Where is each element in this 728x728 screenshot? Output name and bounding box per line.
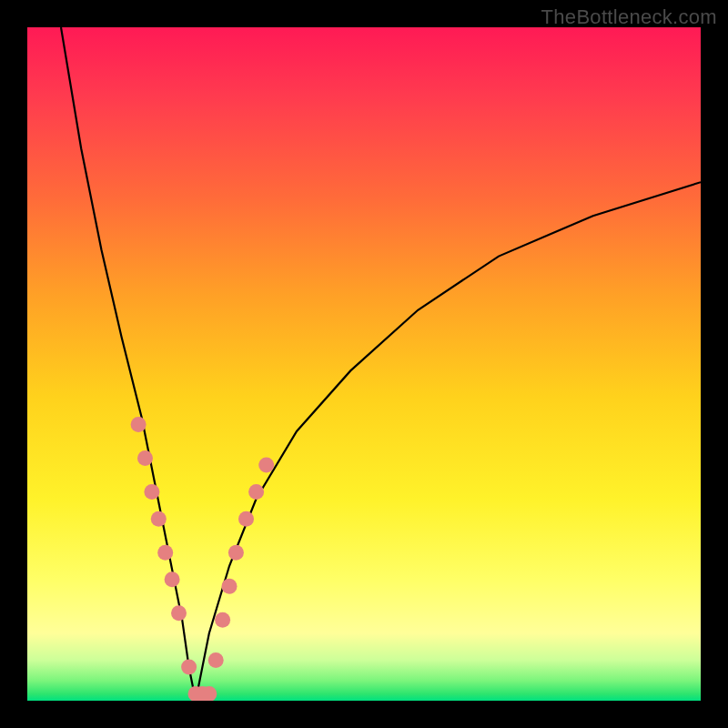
data-marker	[215, 612, 230, 628]
data-marker	[151, 511, 167, 527]
data-marker	[208, 652, 224, 668]
curve-right-branch	[196, 182, 701, 701]
marker-group	[131, 417, 275, 701]
data-marker	[222, 579, 238, 594]
data-marker	[131, 417, 147, 432]
data-marker	[248, 484, 264, 500]
data-marker	[258, 458, 274, 473]
data-marker	[238, 511, 254, 527]
data-marker	[228, 545, 244, 561]
watermark-text: TheBottleneck.com	[541, 5, 717, 29]
plot-area	[27, 27, 701, 701]
data-marker	[157, 545, 173, 561]
chart-frame: TheBottleneck.com	[0, 0, 728, 728]
curve-left-branch	[61, 27, 196, 701]
curve-layer	[27, 27, 701, 701]
data-marker	[137, 450, 153, 466]
data-marker	[165, 571, 180, 587]
data-marker	[144, 484, 159, 500]
data-marker	[171, 605, 187, 621]
data-marker	[181, 660, 197, 675]
